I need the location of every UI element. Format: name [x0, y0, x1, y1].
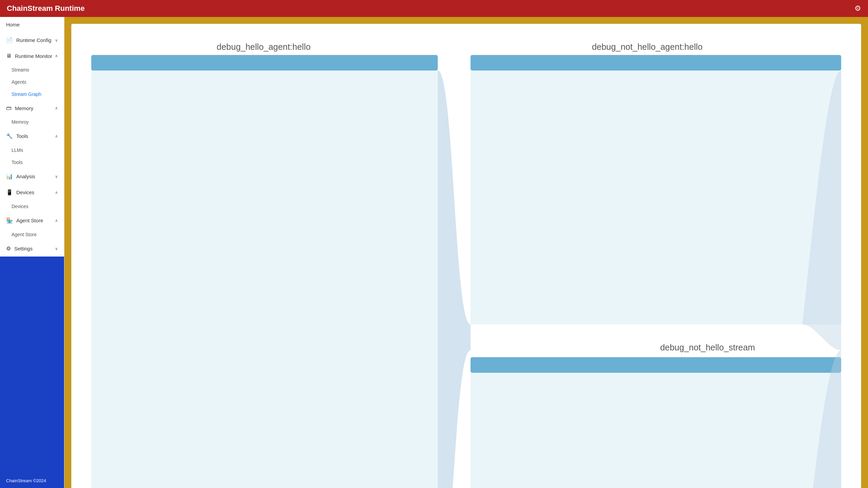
- settings-icon: ⚙: [6, 245, 11, 252]
- graph-container: debug_hello_agent:hello debug_not_hello_…: [71, 24, 861, 488]
- sidebar-item-llms[interactable]: LLMs: [0, 144, 64, 156]
- sidebar-item-memroy[interactable]: Memroy: [0, 116, 64, 128]
- content-main: Refresh debug_hello_agent:hello debug_no…: [64, 17, 868, 488]
- sidebar-item-stream-graph[interactable]: Stream Graph: [0, 88, 64, 100]
- sidebar-item-settings[interactable]: ⚙ Settings ∨: [0, 241, 64, 257]
- runtime-config-icon: 📄: [6, 37, 13, 43]
- node-label-not-hello-agent: debug_not_hello_agent:hello: [592, 42, 703, 52]
- sidebar-item-home[interactable]: Home: [0, 17, 64, 32]
- app-title: ChainStream Runtime: [7, 4, 85, 13]
- runtime-config-label: Runtime Config: [16, 37, 51, 43]
- sidebar-item-agents[interactable]: Agents: [0, 76, 64, 88]
- svg-rect-2: [471, 55, 841, 70]
- sidebar-item-tools[interactable]: 🔧 Tools ∧: [0, 128, 64, 144]
- sidebar-footer: ChainStream ©2024: [0, 473, 64, 488]
- analysis-icon: 📊: [6, 173, 13, 180]
- memory-label: Memory: [15, 105, 33, 111]
- agent-store-icon: 🏪: [6, 217, 13, 224]
- chevron-up-icon: ∧: [55, 54, 58, 58]
- chevron-down-icon-settings: ∨: [55, 246, 58, 251]
- sidebar-item-runtime-monitor[interactable]: 🖥 Runtime Monitor ∧: [0, 48, 64, 64]
- copyright-text: ChainStream ©2024: [6, 478, 46, 483]
- main-layout: Home 📄 Runtime Config ∨ 🖥 Runtime Monito…: [0, 17, 868, 488]
- agent-store-label: Agent Store: [16, 218, 43, 223]
- runtime-monitor-icon: 🖥: [6, 53, 12, 59]
- sidebar-item-runtime-config[interactable]: 📄 Runtime Config ∨: [0, 32, 64, 48]
- devices-icon: 📱: [6, 189, 13, 196]
- sidebar: Home 📄 Runtime Config ∨ 🖥 Runtime Monito…: [0, 17, 64, 488]
- chevron-up-icon-tools: ∧: [55, 134, 58, 139]
- tools-icon: 🔧: [6, 133, 13, 139]
- sidebar-item-streams[interactable]: Streams: [0, 64, 64, 76]
- node-label-not-hello-stream: debug_not_hello_stream: [660, 343, 755, 352]
- settings-label: Settings: [14, 246, 33, 251]
- devices-label: Devices: [16, 189, 34, 195]
- topbar: ChainStream Runtime ⚙: [0, 0, 868, 17]
- sidebar-item-agent-store-child[interactable]: Agent Store: [0, 228, 64, 241]
- sidebar-blue-area: [0, 257, 64, 473]
- sidebar-item-agent-store[interactable]: 🏪 Agent Store ∧: [0, 212, 64, 228]
- chevron-down-icon-analysis: ∨: [55, 174, 58, 179]
- content-area: Refresh debug_hello_agent:hello debug_no…: [64, 17, 868, 488]
- home-label: Home: [6, 22, 20, 27]
- sidebar-item-tools-child[interactable]: Tools: [0, 156, 64, 168]
- gear-icon[interactable]: ⚙: [854, 4, 861, 13]
- chevron-up-icon-agent-store: ∧: [55, 218, 58, 223]
- chevron-up-icon-memory: ∧: [55, 106, 58, 110]
- chevron-down-icon: ∨: [55, 38, 58, 43]
- sidebar-item-analysis[interactable]: 📊 Analysis ∨: [0, 168, 64, 184]
- node-label-hello-agent: debug_hello_agent:hello: [217, 42, 311, 52]
- sidebar-item-memory[interactable]: 🗃 Memory ∧: [0, 100, 64, 116]
- stream-graph-svg: debug_hello_agent:hello debug_not_hello_…: [78, 31, 854, 488]
- analysis-label: Analysis: [16, 174, 35, 179]
- svg-rect-1: [91, 55, 438, 70]
- memory-icon: 🗃: [6, 105, 12, 111]
- svg-rect-3: [471, 357, 841, 373]
- chevron-up-icon-devices: ∧: [55, 190, 58, 195]
- tools-label: Tools: [16, 133, 28, 139]
- runtime-monitor-label: Runtime Monitor: [15, 53, 52, 59]
- sidebar-item-devices-child[interactable]: Devices: [0, 200, 64, 212]
- sidebar-item-devices[interactable]: 📱 Devices ∧: [0, 184, 64, 200]
